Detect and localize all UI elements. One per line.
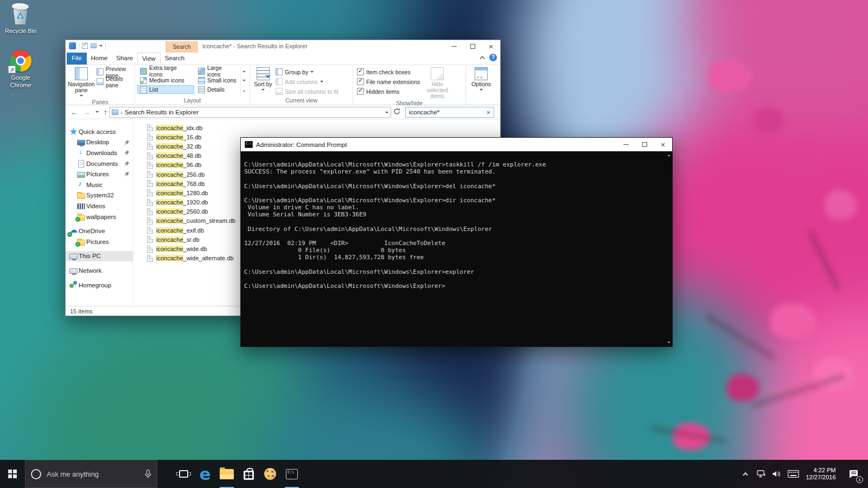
command-prompt-button[interactable] xyxy=(281,460,303,488)
dropdown-caret xyxy=(480,89,483,92)
console-line: C:\Users\admin\AppData\Local\Microsoft\W… xyxy=(244,268,665,275)
sidebar-item-icon xyxy=(69,227,78,235)
search-input[interactable]: iconcache* × xyxy=(405,107,494,118)
sidebar-item[interactable]: Documents xyxy=(66,158,133,169)
clear-search-icon[interactable]: × xyxy=(486,108,490,117)
back-button[interactable]: ← xyxy=(71,108,78,116)
showhide-checkbox[interactable]: Item check boxes xyxy=(355,68,422,76)
breadcrumb[interactable]: Search Results in Explorer xyxy=(125,109,199,115)
console-line: 1 Dir(s) 14,827,593,728 bytes free xyxy=(244,254,665,261)
ribbon-tab[interactable]: Search xyxy=(161,53,189,65)
layout-option[interactable]: Details xyxy=(195,85,239,94)
explorer-titlebar[interactable]: Search Tools iconcache* - Search Results… xyxy=(66,40,500,53)
scroll-up-icon xyxy=(242,69,246,72)
options-button[interactable]: Options xyxy=(468,67,494,96)
cmd-maximize-button[interactable] xyxy=(635,138,654,151)
address-dropdown-caret[interactable] xyxy=(385,112,388,115)
cmd-titlebar[interactable]: Administrator: Command Prompt × xyxy=(241,138,672,151)
cortana-search-box[interactable]: Ask me anything xyxy=(25,460,157,488)
dropdown-caret xyxy=(320,81,323,84)
address-box[interactable]: › Search Results in Explorer xyxy=(109,107,391,118)
paint-button[interactable] xyxy=(259,460,281,488)
sidebar-item[interactable]: System32 xyxy=(66,190,133,201)
task-view-button[interactable] xyxy=(173,460,194,488)
option-icon xyxy=(276,88,283,95)
db-file-icon xyxy=(147,124,153,131)
current-view-option[interactable]: Size all columns to fit xyxy=(274,87,340,95)
sidebar-item[interactable]: OneDrive xyxy=(66,226,133,236)
layout-option[interactable]: Large icons xyxy=(195,67,239,75)
file-name: iconcache_wide_alternate.db xyxy=(156,255,234,261)
help-icon[interactable]: ? xyxy=(489,54,497,61)
sidebar-item[interactable]: Quick access xyxy=(66,126,133,137)
refresh-icon[interactable] xyxy=(393,108,400,116)
cmd-minimize-button[interactable] xyxy=(617,138,635,151)
qat-customize-caret[interactable] xyxy=(99,45,103,48)
sidebar-item[interactable]: Desktop xyxy=(66,137,133,148)
volume-button[interactable] xyxy=(769,460,784,488)
layout-option-icon xyxy=(140,77,147,84)
sidebar-item[interactable]: Videos xyxy=(66,201,133,211)
qat-newfolder-icon[interactable] xyxy=(91,43,97,48)
layout-option[interactable]: Extra large icons xyxy=(137,67,194,75)
current-view-option[interactable]: Add columns xyxy=(274,78,340,86)
sidebar-item[interactable]: Homegroup xyxy=(66,280,133,291)
layout-option[interactable]: Small icons xyxy=(195,76,239,85)
maximize-button[interactable] xyxy=(463,40,482,53)
sort-by-icon xyxy=(257,67,270,80)
sidebar-item[interactable]: Pictures xyxy=(66,236,133,247)
forward-button[interactable]: → xyxy=(83,108,91,116)
up-button[interactable]: ↑ xyxy=(104,108,107,116)
layout-option-icon xyxy=(140,86,147,93)
minimize-button[interactable] xyxy=(445,40,463,53)
edge-icon xyxy=(199,466,210,483)
layout-option[interactable]: List xyxy=(137,85,194,94)
desktop-icon-google-chrome[interactable]: Google Chrome xyxy=(3,50,38,89)
cmd-close-button[interactable]: × xyxy=(654,138,672,151)
tray-overflow-button[interactable] xyxy=(738,460,754,488)
qat-properties-icon[interactable] xyxy=(82,43,88,49)
sidebar-item[interactable]: wallpapers xyxy=(66,211,133,222)
showhide-checkbox[interactable]: File name extensions xyxy=(355,78,422,86)
pane-option[interactable]: Details pane xyxy=(95,78,132,86)
ribbon-tab[interactable]: View xyxy=(137,53,161,65)
hide-selected-items-button[interactable]: Hide selected items xyxy=(422,67,453,99)
desktop-icon-recycle-bin[interactable]: Recycle Bin xyxy=(3,3,38,35)
layout-scroll-strip[interactable] xyxy=(240,67,247,96)
sidebar-item-icon xyxy=(77,149,85,157)
search-tools-contextual-tab[interactable]: Search Tools xyxy=(165,41,198,53)
store-button[interactable] xyxy=(238,460,259,488)
close-button[interactable]: × xyxy=(482,40,500,53)
navigation-pane-button[interactable]: Navigation pane xyxy=(68,67,95,98)
sidebar-item[interactable]: Downloads xyxy=(66,147,133,158)
items-count: 15 items xyxy=(70,308,93,314)
quick-access-toolbar xyxy=(69,42,106,49)
ribbon-tab[interactable]: Share xyxy=(112,53,137,65)
sidebar-item[interactable]: Pictures xyxy=(66,169,133,179)
file-explorer-button[interactable] xyxy=(216,460,238,488)
network-button[interactable] xyxy=(754,460,769,488)
edge-button[interactable] xyxy=(194,460,216,488)
current-view-option[interactable]: Group by xyxy=(274,68,340,76)
cmd-scrollbar[interactable] xyxy=(666,152,672,346)
sort-by-button[interactable]: Sort by xyxy=(252,67,274,96)
layout-option-icon xyxy=(198,68,205,75)
sidebar-item[interactable]: Network xyxy=(66,265,133,276)
sidebar-item[interactable]: Music xyxy=(66,179,133,190)
file-item[interactable]: iconcache_idx.db xyxy=(147,123,500,132)
microphone-icon[interactable] xyxy=(145,470,151,479)
touch-keyboard-button[interactable] xyxy=(784,460,802,488)
start-button[interactable] xyxy=(0,460,25,488)
showhide-checkbox[interactable]: Hidden items xyxy=(355,87,422,95)
recent-locations-caret[interactable] xyxy=(95,111,99,114)
sidebar-item[interactable]: This PC xyxy=(66,251,133,262)
console-output[interactable]: C:\Users\admin\AppData\Local\Microsoft\W… xyxy=(241,151,672,346)
options-icon xyxy=(475,67,488,80)
ribbon-tab[interactable]: File xyxy=(67,53,87,65)
ribbon-tabs: File Home Share View Search xyxy=(67,53,500,65)
ribbon-tab[interactable]: Home xyxy=(87,53,112,65)
action-center-button[interactable]: 1 xyxy=(841,460,865,488)
tray-date: 12/27/2016 xyxy=(806,474,835,481)
layout-option[interactable]: Medium icons xyxy=(137,76,194,85)
clock[interactable]: 4:22 PM12/27/2016 xyxy=(802,460,841,488)
